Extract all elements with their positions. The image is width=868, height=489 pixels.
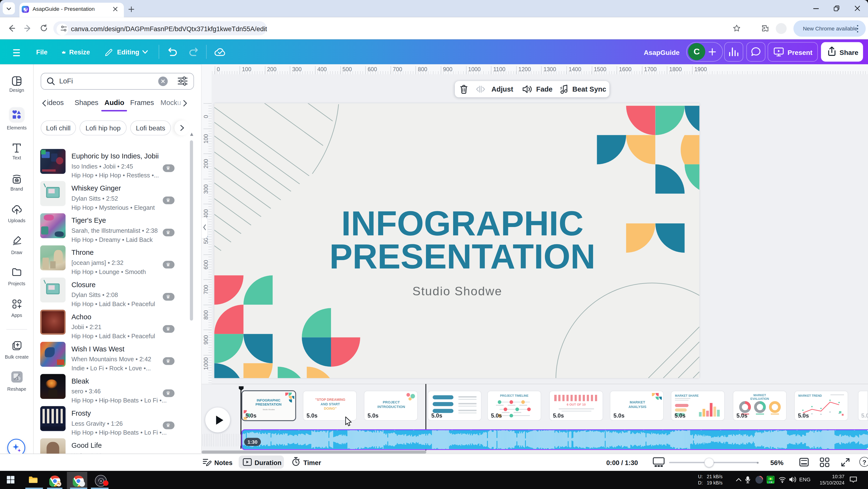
svg-text:1: 1 — [17, 376, 19, 380]
svg-text:PRESENTATION: PRESENTATION — [329, 237, 595, 276]
svg-text:co: co — [15, 179, 19, 183]
svg-text:Studio Shodwe: Studio Shodwe — [412, 284, 502, 298]
